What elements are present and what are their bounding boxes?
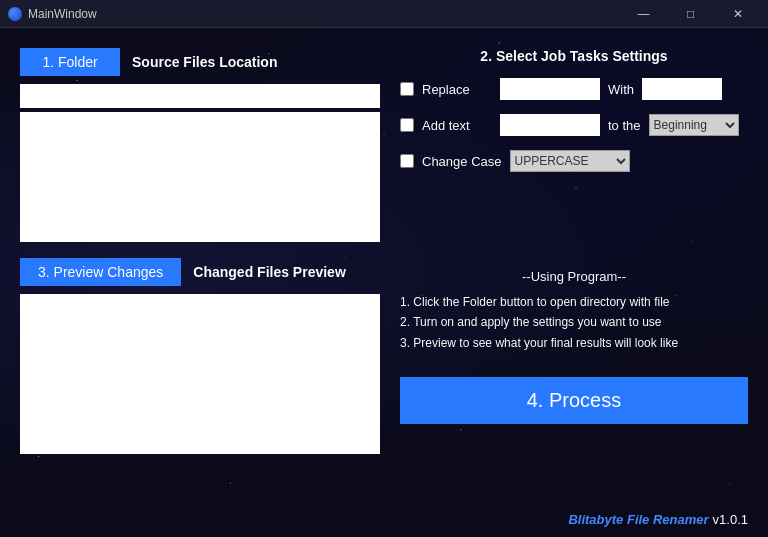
instruction-item-1: 1. Click the Folder button to open direc… [400,292,748,312]
app-icon [8,7,22,21]
main-content: 1. Folder Source Files Location 2. Selec… [0,28,768,537]
with-label: With [608,82,634,97]
instruction-item-3: 3. Preview to see what your final result… [400,333,748,353]
instructions-title: --Using Program-- [400,266,748,288]
title-bar-left: MainWindow [8,7,97,21]
file-list-box[interactable] [20,112,380,242]
with-input[interactable] [642,78,722,100]
replace-checkbox[interactable] [400,82,414,96]
add-text-input[interactable] [500,114,600,136]
maximize-button[interactable]: □ [668,4,713,24]
settings-panel: 2. Select Job Tasks Settings Replace Wit… [400,48,748,186]
source-path-input[interactable] [20,84,380,108]
replace-label: Replace [422,82,492,97]
preview-header-row: 3. Preview Changes Changed Files Preview [20,258,380,286]
add-text-label: Add text [422,118,492,133]
title-bar-text: MainWindow [28,7,97,21]
folder-header-row: 1. Folder Source Files Location [20,48,380,76]
folder-button[interactable]: 1. Folder [20,48,120,76]
folder-panel: 1. Folder Source Files Location [20,48,380,242]
position-select[interactable]: Beginning End Before Ext [649,114,739,136]
preview-button[interactable]: 3. Preview Changes [20,258,181,286]
add-text-checkbox[interactable] [400,118,414,132]
change-case-checkbox[interactable] [400,154,414,168]
minimize-button[interactable]: — [621,4,666,24]
source-files-label: Source Files Location [132,54,277,70]
add-text-row: Add text to the Beginning End Before Ext [400,114,748,136]
preview-panel: 3. Preview Changes Changed Files Preview [20,258,380,454]
preview-list-box[interactable] [20,294,380,454]
preview-label: Changed Files Preview [193,264,346,280]
bottom-section: 3. Preview Changes Changed Files Preview… [20,258,748,454]
footer: Blitabyte File Renamer v1.0.1 [568,512,748,527]
replace-input[interactable] [500,78,600,100]
change-case-row: Change Case UPPERCASE lowercase Title Ca… [400,150,748,172]
to-the-label: to the [608,118,641,133]
info-process-panel: --Using Program-- 1. Click the Folder bu… [400,258,748,424]
settings-title: 2. Select Job Tasks Settings [400,48,748,64]
instruction-item-2: 2. Turn on and apply the settings you wa… [400,312,748,332]
instructions-box: --Using Program-- 1. Click the Folder bu… [400,258,748,361]
change-case-label: Change Case [422,154,502,169]
close-button[interactable]: ✕ [715,4,760,24]
case-select[interactable]: UPPERCASE lowercase Title Case [510,150,630,172]
footer-version: v1.0.1 [713,512,748,527]
title-bar: MainWindow — □ ✕ [0,0,768,28]
footer-brand: Blitabyte File Renamer [568,512,708,527]
replace-row: Replace With [400,78,748,100]
top-section: 1. Folder Source Files Location 2. Selec… [20,48,748,242]
process-button[interactable]: 4. Process [400,377,748,424]
title-bar-controls: — □ ✕ [621,4,760,24]
